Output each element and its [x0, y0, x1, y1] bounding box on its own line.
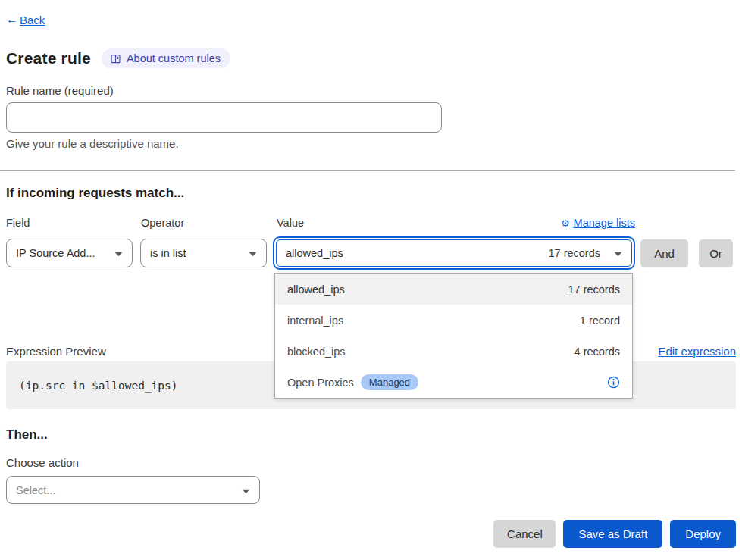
- expression-code: (ip.src in $allowed_ips): [19, 380, 178, 392]
- page-title: Create rule: [6, 49, 91, 67]
- back-link[interactable]: ←Back: [6, 0, 45, 27]
- save-as-draft-button[interactable]: Save as Draft: [563, 520, 662, 548]
- chevron-down-icon: [249, 247, 257, 259]
- list-item-meta: 17 records: [568, 283, 620, 296]
- or-button[interactable]: Or: [699, 239, 733, 267]
- value-select-focus-ring: allowed_ips 17 records: [273, 236, 635, 270]
- expression-preview-label: Expression Preview: [6, 345, 106, 358]
- chevron-down-icon: [114, 247, 123, 259]
- list-item-open-proxies[interactable]: Open Proxies Managed: [275, 367, 632, 398]
- section-divider: [0, 170, 735, 171]
- action-select[interactable]: Select...: [6, 476, 260, 504]
- value-select-meta: 17 records: [548, 247, 600, 259]
- list-item-blocked-ips[interactable]: blocked_ips 4 records: [275, 336, 632, 367]
- manage-lists-link[interactable]: ⚙ Manage lists: [561, 217, 635, 229]
- back-arrow-icon: ←: [6, 13, 18, 27]
- rule-name-helper: Give your rule a descriptive name.: [6, 137, 736, 150]
- managed-badge: Managed: [361, 374, 418, 390]
- about-custom-rules-link[interactable]: About custom rules: [102, 48, 230, 68]
- chevron-down-icon: [614, 247, 622, 259]
- list-item-meta: 4 records: [575, 346, 620, 358]
- field-select-value: IP Source Add...: [16, 247, 95, 259]
- list-item-internal-ips[interactable]: internal_ips 1 record: [275, 305, 632, 336]
- rule-name-input[interactable]: [6, 102, 442, 133]
- list-item-name: internal_ips: [287, 314, 343, 327]
- deploy-button[interactable]: Deploy: [670, 520, 736, 548]
- list-item-name: blocked_ips: [287, 346, 346, 358]
- footer-actions: Cancel Save as Draft Deploy: [6, 520, 736, 548]
- choose-action-label: Choose action: [6, 456, 736, 469]
- condition-row: IP Source Add... is in list allowed_ips …: [6, 236, 736, 270]
- operator-select-value: is in list: [150, 247, 186, 259]
- chevron-down-icon: [242, 484, 250, 496]
- rule-name-label: Rule name (required): [6, 84, 736, 97]
- then-section-heading: Then...: [6, 427, 736, 443]
- list-item-name: allowed_ips: [287, 283, 345, 296]
- value-select-wrapper: allowed_ips 17 records allowed_ips 17 re…: [273, 236, 635, 270]
- field-label: Field: [6, 217, 141, 229]
- about-badge-label: About custom rules: [127, 52, 221, 64]
- info-icon[interactable]: [607, 376, 620, 389]
- value-dropdown-panel: allowed_ips 17 records internal_ips 1 re…: [274, 273, 633, 399]
- list-item-name: Open Proxies: [287, 377, 354, 389]
- book-icon: [110, 53, 121, 64]
- manage-lists-label: Manage lists: [574, 217, 635, 229]
- back-link-label: Back: [20, 14, 45, 27]
- gear-icon: ⚙: [561, 217, 570, 229]
- page-header: Create rule About custom rules: [6, 48, 736, 68]
- value-label: Value: [277, 217, 304, 229]
- cancel-button[interactable]: Cancel: [493, 520, 556, 548]
- field-select[interactable]: IP Source Add...: [6, 239, 133, 267]
- value-select-name: allowed_ips: [286, 247, 548, 259]
- operator-label: Operator: [141, 217, 277, 229]
- and-button[interactable]: And: [640, 239, 688, 267]
- edit-expression-link[interactable]: Edit expression: [658, 345, 736, 358]
- action-select-placeholder: Select...: [16, 484, 55, 496]
- list-item-meta: 1 record: [580, 314, 620, 327]
- value-select[interactable]: allowed_ips 17 records: [276, 239, 632, 267]
- create-rule-page: ←Back Create rule About custom rules Rul…: [0, 0, 742, 560]
- match-section-heading: If incoming requests match...: [6, 186, 736, 201]
- operator-select[interactable]: is in list: [140, 239, 267, 267]
- condition-labels-row: Field Operator Value ⚙ Manage lists: [6, 217, 736, 229]
- list-item-allowed-ips[interactable]: allowed_ips 17 records: [275, 274, 632, 305]
